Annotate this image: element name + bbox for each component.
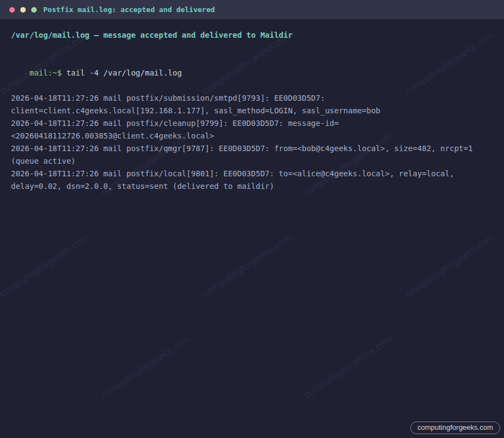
shell-prompt: mail:~$ xyxy=(30,68,62,77)
window-title: Postfix mail.log: accepted and delivered xyxy=(43,5,215,14)
window-controls xyxy=(9,7,37,13)
log-row: 2026-04-18T11:27:26 mail postfix/cleanup… xyxy=(11,117,493,130)
close-button-icon[interactable] xyxy=(9,7,15,13)
log-row: <20260418112726.003853@client.c4geeks.lo… xyxy=(11,130,493,142)
diagonal-watermark-text: computingforgeeks.com xyxy=(200,434,293,438)
log-row: 2026-04-18T11:27:26 mail postfix/submiss… xyxy=(11,92,493,105)
diagonal-watermark-text: computingforgeeks.com xyxy=(0,232,91,299)
diagonal-watermark-text: computingforgeeks.com xyxy=(200,232,293,299)
window-titlebar: Postfix mail.log: accepted and delivered xyxy=(0,0,504,19)
log-row: (queue active) xyxy=(11,155,493,168)
shell-command: tail -4 /var/log/mail.log xyxy=(62,68,182,77)
log-row: 2026-04-18T11:27:26 mail postfix/local[9… xyxy=(11,168,493,180)
site-watermark-badge: computingforgeeks.com xyxy=(410,422,500,434)
terminal-screen[interactable]: /var/log/mail.log — message accepted and… xyxy=(0,19,504,193)
diagonal-watermark-text: computingforgeeks.com xyxy=(99,333,192,401)
diagonal-watermark-text: computingforgeeks.com xyxy=(301,333,394,401)
maximize-button-icon[interactable] xyxy=(31,7,37,13)
diagonal-watermark-text: computingforgeeks.com xyxy=(403,232,496,299)
log-row: delay=0.02, dsn=2.0.0, status=sent (deli… xyxy=(11,180,493,193)
diagonal-watermark-text: computingforgeeks.com xyxy=(403,434,496,438)
log-header-comment: /var/log/mail.log — message accepted and… xyxy=(11,29,493,42)
command-line: mail:~$ tail -4 /var/log/mail.log xyxy=(11,54,493,92)
log-output: 2026-04-18T11:27:26 mail postfix/submiss… xyxy=(11,92,493,193)
minimize-button-icon[interactable] xyxy=(20,7,26,13)
diagonal-watermark-text: computingforgeeks.com xyxy=(0,434,91,438)
log-row: 2026-04-18T11:27:26 mail postfix/qmgr[97… xyxy=(11,142,493,155)
log-row: client=client.c4geeks.local[192.168.1.17… xyxy=(11,105,493,117)
